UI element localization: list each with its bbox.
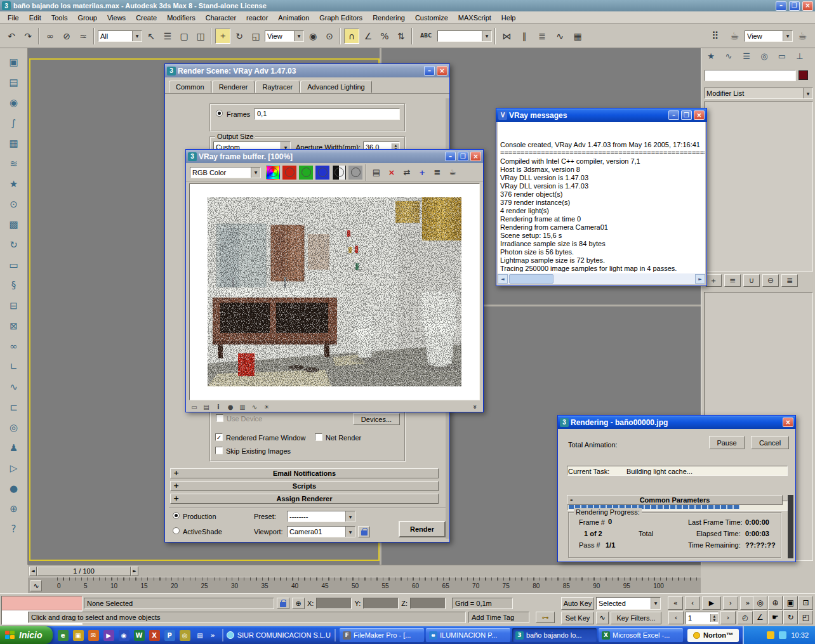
object-color-swatch[interactable] <box>798 70 808 80</box>
rendered-frame-window-checkbox[interactable]: ✓ <box>215 433 223 441</box>
named-selection-sets-dropdown[interactable]: ▼ <box>437 30 492 42</box>
reactor-car-wheel-constraint-icon[interactable]: ◎ <box>5 419 23 437</box>
rectangular-selection-region-icon[interactable]: ▢ <box>176 29 192 44</box>
quick-launch-media-player-icon[interactable]: ▶ <box>103 630 114 641</box>
reactor-motor-icon[interactable]: ↻ <box>5 236 23 254</box>
reactor-fracture-icon[interactable]: ▩ <box>5 216 23 233</box>
minimize-window-icon[interactable]: – <box>668 110 679 120</box>
menu-item[interactable]: Help <box>496 12 521 23</box>
menu-item[interactable]: Graph Editors <box>314 12 368 23</box>
unlink-selection-icon[interactable]: ⊘ <box>59 29 74 44</box>
reactor-cloth-collection-icon[interactable]: ▤ <box>5 74 23 91</box>
rollout-email-notifications[interactable]: + Email Notifications <box>170 468 439 478</box>
menu-item[interactable]: Customize <box>410 12 453 23</box>
keyboard-shortcut-override-icon[interactable]: ABC <box>416 29 436 44</box>
bind-to-space-warp-icon[interactable]: ≈ <box>76 29 91 44</box>
previous-frame-icon[interactable]: ‹ <box>685 596 700 610</box>
reactor-angular-dashpot-icon[interactable]: ⊠ <box>5 317 23 335</box>
reactor-prismatic-constraint-icon[interactable]: ⊏ <box>5 398 23 416</box>
production-radio[interactable] <box>173 512 180 519</box>
reactor-plane-icon[interactable]: ▭ <box>5 256 23 274</box>
close-window-icon[interactable]: × <box>783 417 793 427</box>
reactor-toy-car-icon[interactable]: ⊙ <box>5 195 23 213</box>
rollout-assign-renderer[interactable]: + Assign Renderer <box>170 494 439 504</box>
minimize-window-icon[interactable]: – <box>445 152 456 161</box>
menu-item[interactable]: Views <box>102 12 131 23</box>
render-type-dropdown[interactable]: View ▼ <box>745 30 793 42</box>
y-coordinate-field[interactable] <box>363 598 399 609</box>
record-icon[interactable]: ● <box>225 402 235 411</box>
selection-filter-dropdown[interactable]: All ▼ <box>98 30 142 42</box>
minimize-window-icon[interactable]: – <box>424 66 435 76</box>
quick-launch-internet-explorer-icon[interactable]: e <box>58 630 69 641</box>
start-button[interactable]: Inicio <box>0 626 53 644</box>
info-icon[interactable]: i <box>213 402 223 411</box>
configure-modifier-sets-icon[interactable]: ≣ <box>781 274 798 287</box>
quick-launch-powerpoint-icon[interactable]: P <box>164 630 175 641</box>
select-and-manipulate-icon[interactable]: ⊙ <box>322 29 337 44</box>
render-scene-titlebar[interactable]: 3 Render Scene: VRay Adv 1.47.03 – × <box>165 64 449 77</box>
min-max-toggle-icon[interactable]: ◰ <box>798 610 813 624</box>
reactor-deforming-mesh-collection-icon[interactable]: ▦ <box>5 135 23 152</box>
restore-window-icon[interactable]: ❒ <box>789 1 800 11</box>
x-coordinate-field[interactable] <box>316 598 352 609</box>
render-button[interactable]: Render <box>399 521 446 537</box>
maximize-window-icon[interactable]: ❒ <box>681 110 692 120</box>
tab-common[interactable]: Common <box>169 81 211 93</box>
close-window-icon[interactable]: × <box>470 152 481 161</box>
close-window-icon[interactable]: × <box>802 1 813 11</box>
quick-launch-msn-messenger-icon[interactable]: ◉ <box>119 630 129 641</box>
pause-button[interactable]: Pause <box>709 436 745 449</box>
scroll-right-icon[interactable]: ► <box>695 274 705 284</box>
undo-icon[interactable]: ↶ <box>4 29 19 44</box>
reactor-create-animation-icon[interactable]: ● <box>5 480 23 497</box>
clear-image-icon[interactable]: × <box>385 166 399 180</box>
screen-icon[interactable]: ▭ <box>189 402 199 411</box>
activeshade-radio[interactable] <box>173 527 180 534</box>
quick-launch-overflow-chevron-icon[interactable]: » <box>211 631 215 640</box>
auto-key-button[interactable]: Auto Key <box>561 597 594 610</box>
maximize-window-icon[interactable]: ❒ <box>458 152 468 161</box>
time-slider-right-arrow-icon[interactable]: ► <box>131 567 138 576</box>
show-blue-channel-icon[interactable] <box>315 166 329 180</box>
modifier-list-dropdown[interactable]: Modifier List ▼ <box>704 88 813 99</box>
percent-snap-toggle-icon[interactable]: % <box>377 29 392 44</box>
tray-antivirus-icon[interactable] <box>767 631 774 639</box>
vfb-channel-dropdown[interactable]: RGB Color ▼ <box>190 167 261 178</box>
next-key-icon[interactable]: › <box>720 611 736 624</box>
schematic-view-icon[interactable]: ▦ <box>570 29 585 44</box>
menu-item[interactable]: MAXScript <box>453 12 496 23</box>
spinner-arrows-icon[interactable]: ▲▼ <box>710 614 718 622</box>
menu-item[interactable]: Character <box>201 12 241 23</box>
new-key-curve-icon[interactable]: ∿ <box>596 612 609 624</box>
select-and-move-icon[interactable]: ＋ <box>215 29 230 44</box>
tab-modify-icon[interactable]: ∿ <box>722 49 736 62</box>
quick-render-icon[interactable]: ☕ <box>794 27 811 44</box>
scroll-left-icon[interactable]: ◄ <box>498 274 508 284</box>
quick-launch-excel-icon[interactable]: X <box>149 630 160 641</box>
play-animation-icon[interactable]: ▶ <box>702 596 721 610</box>
add-time-tag-field[interactable]: Add Time Tag <box>468 612 529 623</box>
vfb-titlebar[interactable]: 3 VRay frame buffer. [100%] – ❒ × <box>186 150 483 163</box>
rendering-dialog-scrollbar[interactable] <box>788 495 793 558</box>
angle-snap-toggle-icon[interactable]: ∠ <box>361 29 376 44</box>
cancel-button[interactable]: Cancel <box>751 436 789 449</box>
minimize-window-icon[interactable]: – <box>776 1 786 11</box>
viewport-dropdown[interactable]: Camera01 ▼ <box>287 526 355 537</box>
reactor-rope-collection-icon[interactable]: ∫ <box>5 114 23 132</box>
reactor-hinge-constraint-icon[interactable]: ∟ <box>5 358 23 376</box>
pan-icon[interactable]: ☛ <box>768 610 783 624</box>
remove-modifier-icon[interactable]: ⊖ <box>762 274 779 287</box>
tab-hierarchy-icon[interactable]: ☰ <box>739 49 753 62</box>
preset-dropdown[interactable]: -------- ▼ <box>287 511 355 522</box>
image-icon[interactable]: ▤ <box>201 402 211 411</box>
rendering-titlebar[interactable]: 3 Rendering - baño00000.jpg × <box>558 416 795 429</box>
siur-band[interactable]: SIUR COMUNICACION S.L.U <box>227 631 331 639</box>
reactor-point-point-constraint-icon[interactable]: ∞ <box>5 338 23 355</box>
select-object-icon[interactable]: ↖ <box>143 29 159 44</box>
collapse-double-chevron-icon[interactable]: » <box>471 404 479 409</box>
show-corrections-icon[interactable]: ≣ <box>430 166 444 180</box>
pin-stack-icon[interactable]: ＋ <box>705 274 722 287</box>
rollout-scripts[interactable]: + Scripts <box>170 481 439 491</box>
close-window-icon[interactable]: × <box>437 66 447 76</box>
